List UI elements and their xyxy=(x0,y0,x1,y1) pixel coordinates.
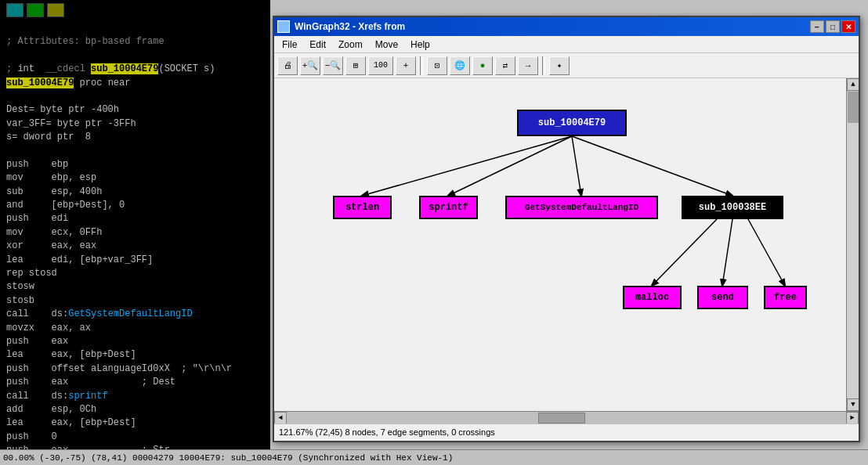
menu-zoom[interactable]: Zoom xyxy=(334,38,367,52)
wingraph-titlebar: WinGraph32 - Xrefs from − □ ✕ xyxy=(274,17,859,36)
scroll-left-arrow[interactable]: ◄ xyxy=(274,412,287,424)
code-line: push edi xyxy=(6,212,264,225)
code-line: s= dword ptr 8 xyxy=(6,131,264,144)
menu-help[interactable]: Help xyxy=(406,38,435,52)
toolbar-globe[interactable]: 🌐 xyxy=(450,56,470,75)
scroll-up-arrow[interactable]: ▲ xyxy=(847,78,859,91)
toolbar-special[interactable]: ✦ xyxy=(549,56,570,75)
node-sub_10004E79[interactable]: sub_10004E79 xyxy=(517,110,627,136)
svg-line-0 xyxy=(362,136,572,196)
node-malloc[interactable]: malloc xyxy=(623,286,682,309)
status-bar: 00.00% (-30,-75) (78,41) 00004279 10004E… xyxy=(0,449,868,465)
toolbar-fit[interactable]: ⊞ xyxy=(345,56,366,75)
node-free[interactable]: free xyxy=(764,286,807,309)
code-line: movzx eax, ax xyxy=(6,322,264,335)
toolbar-dot[interactable]: ● xyxy=(472,56,493,75)
code-line: call ds:GetSystemDefaultLangID xyxy=(6,308,264,321)
toolbar-exchange[interactable]: ⇄ xyxy=(495,56,515,75)
toolbar-icon-3[interactable] xyxy=(47,3,64,17)
minimize-button[interactable]: − xyxy=(810,20,824,33)
code-toolbar xyxy=(6,3,264,17)
code-line: ; int __cdecl sub_10004E79(SOCKET s) xyxy=(6,63,264,76)
menu-move[interactable]: Move xyxy=(371,38,403,52)
scroll-down-arrow[interactable]: ▼ xyxy=(847,398,859,411)
code-line: lea edi, [ebp+var_3FF] xyxy=(6,254,264,267)
code-line: mov ecx, 0FFh xyxy=(6,226,264,240)
code-line xyxy=(6,49,264,63)
code-line: call ds:sprintf xyxy=(6,390,264,403)
node-getsystemdefaultlangid[interactable]: GetSystemDefaultLangID xyxy=(505,196,658,219)
toolbar-arrow[interactable]: → xyxy=(518,56,538,75)
graph-status: 121.67% (72,45) 8 nodes, 7 edge segments… xyxy=(274,424,859,439)
code-line: var_3FF= byte ptr -3FFh xyxy=(6,117,264,131)
svg-line-3 xyxy=(572,136,732,196)
close-button[interactable]: ✕ xyxy=(841,20,855,33)
code-line: push eax xyxy=(6,335,264,348)
scroll-htrack xyxy=(287,412,846,424)
code-line: sub_10004E79 proc near xyxy=(6,77,264,90)
code-line: and [ebp+Dest], 0 xyxy=(6,199,264,212)
wingraph-window: WinGraph32 - Xrefs from − □ ✕ File Edit … xyxy=(273,16,860,442)
code-line: push offset aLanguageId0xX ; "\r\n\r xyxy=(6,362,264,376)
node-strlen[interactable]: strlen xyxy=(333,196,392,219)
graph-canvas-area[interactable]: sub_10004E79 strlen sprintf GetSystemDef… xyxy=(274,78,859,411)
scroll-hthumb[interactable] xyxy=(538,413,585,424)
wingraph-window-icon xyxy=(277,20,290,33)
toolbar-sep-2 xyxy=(542,56,545,75)
code-line: push 0 xyxy=(6,431,264,444)
toolbar-print[interactable]: 🖨 xyxy=(277,56,298,75)
code-line: rep stosd xyxy=(6,267,264,280)
maximize-button[interactable]: □ xyxy=(826,20,840,33)
toolbar-plus[interactable]: + xyxy=(396,56,416,75)
code-line: mov ebp, esp xyxy=(6,171,264,185)
scroll-thumb[interactable] xyxy=(848,92,859,123)
wingraph-menu: File Edit Zoom Move Help xyxy=(274,36,859,53)
horizontal-scrollbar[interactable]: ◄ ► xyxy=(274,411,859,424)
code-line xyxy=(6,22,264,35)
code-line: sub esp, 400h xyxy=(6,186,264,199)
node-sub_100038EE[interactable]: sub_100038EE xyxy=(682,196,783,219)
code-line: stosb xyxy=(6,294,264,308)
code-line xyxy=(6,145,264,158)
scroll-track xyxy=(847,92,859,399)
toolbar-zoom-out[interactable]: −🔍 xyxy=(323,56,343,75)
toolbar-icon-1[interactable] xyxy=(6,3,24,17)
svg-line-4 xyxy=(652,219,717,286)
code-line: lea eax, [ebp+Dest] xyxy=(6,416,264,430)
code-line: add esp, 0Ch xyxy=(6,403,264,416)
code-line: Dest= byte ptr -400h xyxy=(6,103,264,117)
node-sprintf[interactable]: sprintf xyxy=(419,196,478,219)
code-line: ; Attributes: bp-based frame xyxy=(6,35,264,49)
code-line: push eax ; Dest xyxy=(6,376,264,389)
node-send[interactable]: send xyxy=(697,286,748,309)
wingraph-title: WinGraph32 - Xrefs from xyxy=(295,21,405,32)
status-text: 00.00% (-30,-75) (78,41) 00004279 10004E… xyxy=(3,453,453,463)
code-line: stosw xyxy=(6,280,264,294)
toolbar-icon-2[interactable] xyxy=(27,3,44,17)
svg-line-2 xyxy=(572,136,581,196)
svg-line-1 xyxy=(448,136,572,196)
code-line: lea eax, [ebp+Dest] xyxy=(6,348,264,362)
code-line: xor eax, eax xyxy=(6,240,264,253)
vertical-scrollbar[interactable]: ▲ ▼ xyxy=(846,78,859,411)
toolbar-100[interactable]: 100 xyxy=(368,56,393,75)
menu-edit[interactable]: Edit xyxy=(305,38,331,52)
code-panel: ; Attributes: bp-based frame ; int __cde… xyxy=(0,0,270,465)
toolbar-center[interactable]: ⊡ xyxy=(427,56,447,75)
toolbar-zoom-in[interactable]: +🔍 xyxy=(300,56,320,75)
svg-line-6 xyxy=(748,219,785,286)
code-line: push ebp xyxy=(6,158,264,171)
svg-line-5 xyxy=(722,219,732,286)
menu-file[interactable]: File xyxy=(277,38,302,52)
graph-status-text: 121.67% (72,45) 8 nodes, 7 edge segments… xyxy=(279,427,495,437)
toolbar-sep-1 xyxy=(420,56,423,75)
wingraph-toolbar: 🖨 +🔍 −🔍 ⊞ 100 + ⊡ 🌐 ● ⇄ → ✦ xyxy=(274,53,859,78)
scroll-right-arrow[interactable]: ► xyxy=(846,412,859,424)
code-line xyxy=(6,90,264,103)
